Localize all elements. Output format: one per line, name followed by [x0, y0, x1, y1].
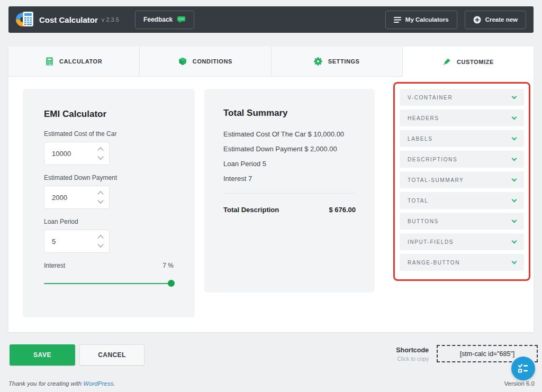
app-title: Cost Calculator	[39, 15, 98, 24]
interest-label: Interest	[44, 262, 65, 269]
accordion-descriptions[interactable]: DESCRIPTIONS	[400, 151, 524, 168]
total-label: Total Description	[223, 206, 279, 214]
logo-calculator-icon	[23, 12, 33, 26]
top-header-bar: Cost Calculator v 2.3.5 Feedback My Calc…	[8, 6, 534, 33]
total-summary-title: Total Summary	[223, 108, 356, 118]
field-estimated-cost: Estimated Cost of the Car	[44, 130, 174, 165]
total-value: $ 676.00	[329, 206, 356, 214]
checklist-fab-button[interactable]	[511, 357, 535, 380]
interest-value: 7 %	[162, 262, 174, 269]
interest-row: Interest 7 %	[44, 262, 174, 269]
number-stepper	[98, 230, 103, 252]
chevron-down-icon	[512, 94, 517, 99]
calculator-title: EMI Calculator	[44, 109, 174, 120]
tab-settings[interactable]: SETTINGS	[272, 47, 403, 77]
number-stepper	[98, 186, 103, 208]
customize-tab-content: EMI Calculator Estimated Cost of the Car…	[8, 77, 534, 332]
summary-total-row: Total Description $ 676.00	[223, 206, 356, 214]
summary-divider	[223, 193, 356, 194]
chevron-down-icon	[512, 259, 517, 265]
total-summary-panel: Total Summary Estimated Cost Of The Car …	[204, 89, 375, 293]
step-down-icon[interactable]	[97, 241, 103, 247]
create-new-button[interactable]: Create new	[465, 11, 526, 29]
tab-bar: CALCULATOR CONDITIONS SETTING	[8, 47, 534, 77]
number-input-wrap	[44, 186, 110, 209]
chevron-down-icon	[512, 197, 517, 203]
number-input-wrap	[44, 230, 110, 253]
wordpress-thanks: Thank you for creating with WordPress.	[8, 380, 115, 387]
tab-conditions[interactable]: CONDITIONS	[140, 47, 271, 77]
step-up-icon[interactable]	[97, 147, 103, 153]
accordion-buttons[interactable]: BUTTONS	[400, 213, 524, 230]
chevron-down-icon	[512, 177, 517, 182]
number-stepper	[98, 142, 103, 165]
chevron-down-icon	[512, 115, 517, 120]
field-label: Estimated Cost of the Car	[44, 130, 174, 138]
tab-calculator[interactable]: CALCULATOR	[8, 47, 140, 77]
accordion-total-summary[interactable]: TOTAL-SUMMARY	[400, 171, 524, 188]
cancel-button[interactable]: CANCEL	[79, 344, 144, 366]
chat-bubble-icon	[177, 16, 186, 24]
annotation-highlight-customize-sections: V-CONTAINER HEADERS LABELS DESCRIPTIONS …	[393, 82, 530, 281]
number-input-wrap	[44, 142, 110, 165]
checklist-icon	[518, 363, 529, 373]
brush-icon	[442, 58, 451, 66]
calculator-icon	[46, 57, 53, 66]
field-loan-period: Loan Period	[44, 218, 174, 253]
accordion-labels[interactable]: LABELS	[400, 130, 524, 147]
list-icon	[394, 17, 401, 23]
step-down-icon[interactable]	[97, 153, 103, 159]
summary-line: Loan Period 5	[223, 160, 356, 168]
gear-icon	[314, 57, 322, 66]
calculator-preview-panel: EMI Calculator Estimated Cost of the Car…	[23, 89, 195, 317]
accordion-headers[interactable]: HEADERS	[400, 110, 524, 126]
shortcode-value: [stm-calc id="685"]	[460, 350, 515, 358]
tab-customize[interactable]: CUSTOMIZE	[403, 47, 534, 77]
slider-handle[interactable]	[168, 280, 175, 287]
summary-line: Interest 7	[223, 175, 356, 183]
field-label: Estimated Down Payment	[44, 174, 174, 181]
shortcode-meta: Shortcode Click to copy	[371, 347, 429, 362]
app-version: v 2.3.5	[102, 16, 119, 23]
shortcode-hint: Click to copy	[371, 355, 429, 362]
accordion-input-fields[interactable]: INPUT-FIELDS	[400, 233, 524, 250]
accordion-total[interactable]: TOTAL	[400, 192, 524, 209]
cube-icon	[178, 57, 187, 66]
summary-line: Estimated Down Payment $ 2,000.00	[223, 145, 356, 153]
summary-line: Estimated Cost Of The Car $ 10,000.00	[223, 130, 356, 138]
field-label: Loan Period	[44, 218, 174, 225]
main-card: CALCULATOR CONDITIONS SETTING	[8, 47, 534, 332]
plus-circle-icon	[473, 16, 481, 24]
plugin-version: Version 6.0	[504, 380, 535, 387]
shortcode-label: Shortcode	[371, 347, 429, 354]
wordpress-link[interactable]: WordPress	[83, 380, 113, 387]
accordion-range-button[interactable]: RANGE-BUTTON	[400, 254, 524, 271]
estimated-cost-input[interactable]	[44, 142, 87, 165]
chevron-down-icon	[512, 156, 517, 161]
step-up-icon[interactable]	[97, 191, 103, 197]
chevron-down-icon	[512, 135, 517, 141]
interest-slider[interactable]	[44, 283, 174, 284]
step-up-icon[interactable]	[97, 235, 103, 241]
chevron-down-icon	[512, 239, 517, 244]
down-payment-input[interactable]	[44, 186, 87, 208]
app-logo	[16, 11, 34, 28]
loan-period-input[interactable]	[44, 230, 87, 252]
save-button[interactable]: SAVE	[10, 344, 75, 366]
chevron-down-icon	[512, 218, 517, 223]
feedback-button[interactable]: Feedback	[135, 11, 194, 29]
step-down-icon[interactable]	[97, 197, 103, 203]
field-down-payment: Estimated Down Payment	[44, 174, 174, 209]
accordion-v-container[interactable]: V-CONTAINER	[400, 89, 524, 106]
my-calculators-button[interactable]: My Calculators	[385, 11, 457, 29]
